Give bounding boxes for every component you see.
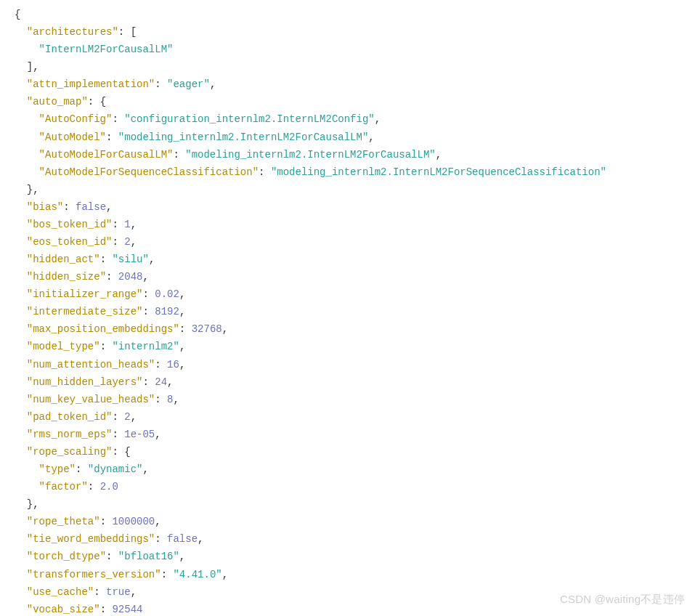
key-tie-word-embeddings: "tie_word_embeddings": [27, 533, 155, 545]
val-rope-factor: 2.0: [100, 481, 118, 493]
val-torch-dtype: "bfloat16": [118, 551, 179, 562]
key-automodel: "AutoModel": [39, 131, 106, 143]
key-vocab-size: "vocab_size": [27, 604, 100, 615]
val-rms-norm-eps: 1e-05: [124, 429, 155, 440]
val-max-position-embeddings: 32768: [192, 323, 222, 335]
key-pad-token-id: "pad_token_id": [27, 411, 113, 423]
val-initializer-range: 0.02: [155, 288, 179, 300]
val-use-cache: true: [106, 586, 131, 598]
key-num-hidden-layers: "num_hidden_layers": [27, 376, 143, 388]
val-hidden-size: 2048: [118, 271, 143, 283]
key-torch-dtype: "torch_dtype": [27, 551, 106, 562]
key-hidden-size: "hidden_size": [27, 271, 106, 283]
key-num-key-value-heads: "num_key_value_heads": [27, 394, 155, 405]
key-rope-factor: "factor": [39, 481, 88, 493]
val-rope-type: "dynamic": [88, 463, 143, 475]
key-attn-implementation: "attn_implementation": [27, 78, 155, 90]
key-rope-type: "type": [39, 463, 76, 475]
val-transformers-version: "4.41.0": [173, 569, 221, 580]
key-rope-theta: "rope_theta": [27, 516, 100, 527]
key-automodel-causallm: "AutoModelForCausalLM": [39, 149, 174, 161]
key-bos-token-id: "bos_token_id": [27, 219, 113, 230]
key-transformers-version: "transformers_version": [27, 569, 161, 580]
key-autoconfig: "AutoConfig": [39, 113, 113, 125]
json-code-block: { "architectures": [ "InternLM2ForCausal…: [15, 6, 689, 616]
key-eos-token-id: "eos_token_id": [27, 236, 113, 248]
key-auto-map: "auto_map": [27, 96, 88, 108]
val-num-attention-heads: 16: [167, 359, 179, 370]
key-use-cache: "use_cache": [27, 586, 94, 598]
key-hidden-act: "hidden_act": [27, 254, 100, 265]
key-num-attention-heads: "num_attention_heads": [27, 359, 155, 370]
val-architectures-0: "InternLM2ForCausalLM": [39, 44, 174, 55]
val-bos-token-id: 1: [124, 219, 130, 230]
key-max-position-embeddings: "max_position_embeddings": [27, 323, 179, 335]
val-autoconfig: "configuration_internlm2.InternLM2Config…: [124, 113, 374, 125]
val-rope-theta: 1000000: [112, 516, 155, 527]
val-eos-token-id: 2: [124, 236, 130, 248]
brace-open: {: [15, 9, 20, 20]
key-initializer-range: "initializer_range": [27, 288, 143, 300]
val-pad-token-id: 2: [124, 411, 130, 423]
key-rope-scaling: "rope_scaling": [27, 446, 113, 458]
key-model-type: "model_type": [27, 341, 100, 352]
key-architectures: "architectures": [27, 26, 118, 38]
val-automodel: "modeling_internlm2.InternLM2ForCausalLM…: [118, 131, 368, 143]
val-vocab-size: 92544: [112, 604, 142, 615]
val-hidden-act: "silu": [112, 254, 148, 265]
val-num-hidden-layers: 24: [155, 376, 167, 388]
val-tie-word-embeddings: false: [167, 533, 198, 545]
key-intermediate-size: "intermediate_size": [27, 306, 143, 317]
key-automodel-seqcls: "AutoModelForSequenceClassification": [39, 166, 259, 178]
val-bias: false: [76, 201, 106, 213]
key-rms-norm-eps: "rms_norm_eps": [27, 429, 113, 440]
val-attn-implementation: "eager": [167, 78, 210, 90]
val-intermediate-size: 8192: [155, 306, 179, 317]
val-automodel-causallm: "modeling_internlm2.InternLM2ForCausalLM…: [185, 149, 435, 161]
val-model-type: "internlm2": [112, 341, 179, 352]
key-bias: "bias": [27, 201, 63, 213]
val-automodel-seqcls: "modeling_internlm2.InternLM2ForSequence…: [271, 166, 606, 178]
